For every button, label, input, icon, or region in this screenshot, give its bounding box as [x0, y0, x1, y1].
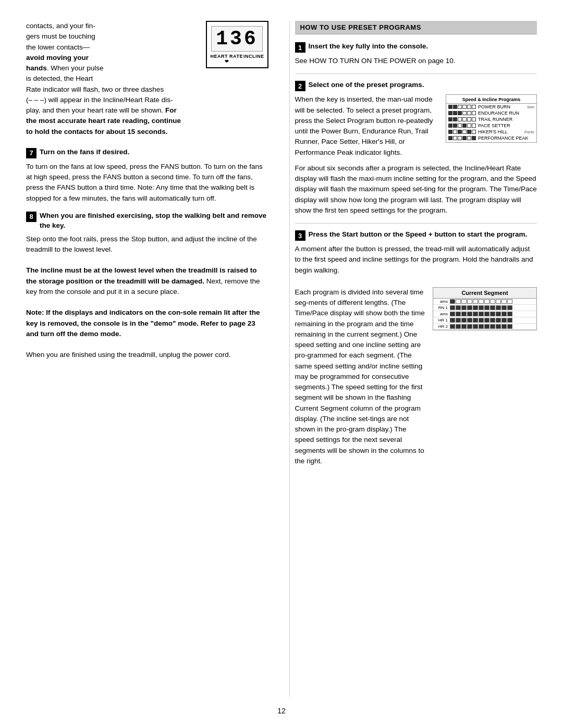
cs-block	[490, 318, 495, 323]
prog-block	[467, 117, 471, 121]
cs-row-3: HR 1	[433, 317, 536, 324]
prog-block	[458, 136, 462, 140]
prog-block	[472, 130, 476, 134]
current-segment-panel: Current Segment ams	[433, 287, 537, 330]
cs-block	[501, 305, 507, 310]
preset-step-3: 3 Press the Start button or the Speed + …	[295, 230, 537, 466]
preset-step-2-header: 2 Select one of the preset programs.	[295, 80, 537, 91]
cs-blocks-4	[450, 324, 535, 329]
cs-block	[507, 312, 512, 316]
cs-label-4: HR 2	[434, 324, 449, 329]
step-8-section: 8 When you are finished exercising, stop…	[26, 211, 268, 361]
step-8-number: 8	[26, 212, 36, 222]
cs-blocks-0	[450, 299, 535, 304]
prog-label-0: POWER BURN	[478, 104, 510, 109]
cs-block	[450, 318, 455, 323]
step2-body-intro: When the key is inserted, the man-ual mo…	[295, 95, 433, 156]
prog-block	[462, 130, 467, 134]
right-column: HOW TO USE PRESET PROGRAMS 1 Insert the …	[289, 21, 537, 697]
cs-block	[490, 299, 495, 304]
prog-block	[453, 130, 457, 134]
prog-block	[462, 105, 467, 109]
cs-header: Current Segment	[433, 288, 536, 299]
cs-row-0: ams	[433, 299, 536, 305]
cs-block	[473, 305, 478, 310]
cs-block	[496, 299, 501, 304]
cs-block	[461, 299, 467, 304]
program-row-0: POWER BURN Wei	[446, 104, 536, 110]
prog-block	[472, 117, 476, 121]
preset-step-1: 1 Insert the key fully into the console.…	[295, 42, 537, 66]
select-program-area: When the key is inserted, the man-ual mo…	[295, 94, 537, 158]
cs-block	[496, 312, 501, 316]
cs-block	[473, 318, 478, 323]
divider-2	[295, 223, 537, 224]
current-segment-area: Each program is divided into several tim…	[295, 287, 537, 466]
cs-block	[501, 312, 507, 316]
cs-block	[456, 312, 461, 316]
cs-block	[479, 299, 484, 304]
step2-body-extra: For about six seconds after a program is…	[295, 163, 537, 216]
prog-block	[458, 105, 462, 109]
step-8-bold2: Note: If the displays and indicators on …	[26, 309, 260, 338]
divider-1	[295, 73, 537, 74]
preset-step-2-title: Select one of the preset programs.	[309, 80, 424, 90]
prog-block	[472, 124, 476, 128]
step-8-body3: When you are finished using the treadmil…	[26, 351, 230, 359]
prog-block	[462, 136, 467, 140]
prog-block	[462, 111, 467, 115]
prog-block	[453, 124, 457, 128]
step-8-body: Step onto the foot rails, press the Stop…	[26, 234, 268, 361]
cs-block	[467, 305, 472, 310]
program-row-5: PERFORMANCE PEAK	[446, 135, 536, 141]
preset-step-2: 2 Select one of the preset programs. Whe…	[295, 80, 537, 216]
cs-block	[467, 299, 472, 304]
program-row-1: ENDURANCE RUN	[446, 110, 536, 116]
cs-block	[450, 324, 455, 329]
step-8-body1: Step onto the foot rails, press the Stop…	[26, 235, 257, 253]
page-number: 12	[277, 707, 286, 715]
cs-block	[456, 318, 461, 323]
preset-step-3-number: 3	[295, 230, 305, 241]
prog-block	[448, 124, 452, 128]
prog-note-4: Perfo	[524, 130, 534, 134]
preset-step-1-number: 1	[295, 42, 305, 53]
cs-block	[484, 299, 489, 304]
prog-block	[448, 136, 452, 140]
cs-block	[496, 324, 501, 329]
step-7-section: 7 Turn on the fans if desired. To turn o…	[26, 147, 268, 204]
current-segment-text: Each program is divided into several tim…	[295, 287, 428, 466]
cs-blocks-2	[450, 312, 535, 316]
cs-block	[507, 305, 512, 310]
preset-step-2-number: 2	[295, 81, 305, 91]
step3-body2-partial: Each program is divided into several tim…	[295, 288, 425, 465]
cs-block	[501, 318, 507, 323]
cs-block	[467, 324, 472, 329]
cs-block	[473, 312, 478, 316]
step-7-body: To turn on the fans at low speed, press …	[26, 162, 268, 204]
prog-label-3: PACE SETTER	[478, 123, 510, 128]
prog-block	[448, 111, 452, 115]
cs-block	[507, 299, 512, 304]
cs-block	[479, 318, 484, 323]
prog-block	[448, 130, 452, 134]
cs-block	[473, 299, 478, 304]
prog-block	[467, 111, 471, 115]
display-box-wrapper: 136 HEART RATE ❤ INCLINE	[206, 21, 268, 68]
cs-block	[456, 324, 461, 329]
cs-block	[461, 305, 467, 310]
cs-block	[490, 305, 495, 310]
prog-block	[453, 111, 457, 115]
cs-block	[456, 299, 461, 304]
select-program-text: When the key is inserted, the man-ual mo…	[295, 94, 441, 158]
cs-block	[501, 299, 507, 304]
preset-step-1-body: See HOW TO TURN ON THE POWER on page 10.	[295, 56, 537, 66]
preset-step-1-title: Insert the key fully into the console.	[309, 42, 429, 52]
program-panel: Speed & Incline Programs POWER BURN Wei	[446, 94, 537, 143]
cs-block	[461, 312, 467, 316]
prog-block	[472, 136, 476, 140]
prog-blocks-5	[448, 136, 476, 140]
cs-block	[484, 324, 489, 329]
prog-block	[467, 130, 471, 134]
cs-block	[501, 324, 507, 329]
